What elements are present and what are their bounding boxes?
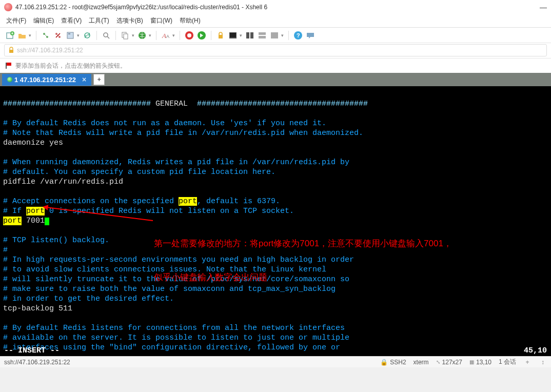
separator — [288, 31, 289, 40]
svg-rect-18 — [230, 33, 236, 37]
status-address: ssh://47.106.219.251:22 — [4, 359, 70, 366]
terminal-icon[interactable] — [228, 31, 238, 40]
window-titlebar: 47.106.219.251:22 - root@izwz9ef5sjam9pv… — [0, 0, 551, 14]
terminal-line: # available on the server. It is possibl… — [3, 334, 349, 342]
vim-statusline: -- INSERT -- 45,10 — [0, 345, 551, 356]
terminal-line: # By default Redis does not run as a dae… — [3, 119, 326, 128]
svg-text:A: A — [166, 34, 169, 39]
menu-file[interactable]: 文件(F) — [6, 16, 26, 25]
status-plus-button[interactable]: + — [523, 359, 532, 366]
globe-icon[interactable] — [137, 31, 147, 40]
separator — [115, 31, 116, 40]
hint-text: 要添加当前会话，点击左侧的箭头按钮。 — [15, 62, 126, 70]
new-tab-button[interactable]: + — [93, 74, 105, 85]
terminal-line: daemonize yes — [3, 139, 63, 147]
terminal-line: tcp-backlog 511 — [3, 304, 72, 313]
copy-icon[interactable] — [121, 31, 130, 40]
feedback-icon[interactable] — [306, 31, 315, 40]
status-sessions: 1 会话 — [499, 358, 516, 366]
address-input[interactable]: ssh://47.106.219.251:22 — [4, 44, 547, 56]
session-tab[interactable]: 1 47.106.219.251:22 × — [2, 74, 91, 86]
help-icon[interactable]: ? — [293, 31, 303, 40]
svg-rect-16 — [219, 35, 223, 38]
dropdown-icon[interactable]: ▾ — [132, 33, 134, 38]
status-rc: 13,10 — [476, 359, 491, 366]
svg-rect-7 — [68, 33, 70, 34]
dropdown-icon[interactable]: ▾ — [240, 33, 242, 38]
highlight-port: port — [179, 197, 197, 206]
separator — [156, 31, 156, 40]
tab-close-icon[interactable]: × — [82, 75, 86, 84]
dropdown-icon[interactable]: ▾ — [172, 33, 175, 38]
reconnect-icon[interactable] — [83, 31, 92, 40]
xagent-icon[interactable] — [185, 31, 194, 40]
separator — [180, 31, 180, 40]
tab-label: 1 47.106.219.251:22 — [14, 76, 76, 84]
connect-icon[interactable] — [41, 31, 50, 40]
xftp-icon[interactable] — [197, 31, 206, 40]
hint-bar: 要添加当前会话，点击左侧的箭头按钮。 — [0, 58, 551, 73]
properties-icon[interactable] — [66, 31, 75, 40]
highlight-port: port — [3, 217, 22, 225]
vim-cursor-pos: 45,10 — [524, 346, 547, 356]
menu-edit[interactable]: 编辑(E) — [33, 16, 54, 25]
lock-icon: 🔒 — [380, 359, 388, 366]
terminal-line: # By default Redis listens for connectio… — [3, 324, 345, 332]
menu-help[interactable]: 帮助(H) — [180, 16, 201, 25]
svg-rect-22 — [259, 36, 266, 38]
text-cursor — [45, 218, 49, 225]
new-session-icon[interactable] — [5, 31, 14, 40]
address-text: ssh://47.106.219.251:22 — [17, 47, 83, 54]
dropdown-icon[interactable]: ▾ — [281, 33, 284, 38]
multiterminal-icon[interactable] — [245, 31, 254, 40]
terminal-line: # When running daemonized, Redis writes … — [3, 158, 349, 167]
terminal-line: # — [3, 246, 8, 254]
terminal-line: pidfile /var/run/redis.pid — [3, 178, 123, 186]
status-ssh: SSH2 — [390, 359, 406, 366]
tile-horizontal-icon[interactable] — [258, 31, 267, 40]
menu-tabs[interactable]: 选项卡(B) — [116, 16, 143, 25]
resize-icon: ⤡ — [436, 359, 440, 365]
lock-icon[interactable] — [216, 31, 225, 40]
toolbar: ▾ ▾ ▾ ▾ AA▾ ▾ ▾ ? — [0, 28, 551, 43]
separator — [96, 31, 97, 40]
tile-vertical-icon[interactable] — [270, 31, 279, 40]
font-icon[interactable]: AA — [161, 31, 170, 40]
separator — [36, 31, 36, 40]
annotation-line1: 第一处需要修改的地方：将port修改为7001，注意不要使用小键盘输入7001， — [154, 238, 452, 249]
menu-tools[interactable]: 工具(T) — [89, 16, 109, 25]
status-term: xterm — [414, 359, 429, 366]
status-updown-button[interactable]: ↕ — [539, 359, 547, 366]
separator — [211, 31, 211, 40]
terminal-line: # in order to get the desired effect. — [3, 295, 174, 303]
search-icon[interactable] — [102, 31, 111, 40]
vim-mode: -- INSERT -- — [4, 346, 60, 356]
annotation-line2: 似乎小键盘输入数字会出问题 — [154, 272, 452, 283]
svg-text:?: ? — [297, 32, 300, 38]
grid-icon: ▦ — [469, 359, 474, 365]
terminal-view[interactable]: ################################ GENERAL… — [0, 86, 551, 356]
svg-text:A: A — [162, 32, 166, 40]
menu-view[interactable]: 查看(V) — [61, 16, 82, 25]
open-folder-icon[interactable] — [17, 31, 27, 40]
disconnect-icon[interactable] — [53, 31, 63, 40]
statusbar: ssh://47.106.219.251:22 🔒SSH2 xterm ⤡127… — [0, 356, 551, 367]
dropdown-icon[interactable]: ▾ — [149, 33, 151, 38]
svg-rect-6 — [67, 32, 73, 38]
lock-small-icon — [8, 47, 15, 54]
menubar: 文件(F) 编辑(E) 查看(V) 工具(T) 选项卡(B) 窗口(W) 帮助(… — [0, 14, 551, 28]
svg-rect-19 — [246, 32, 249, 38]
address-bar: ssh://47.106.219.251:22 — [0, 43, 551, 58]
menu-window[interactable]: 窗口(W) — [150, 16, 172, 25]
svg-rect-26 — [9, 50, 13, 53]
annotation-text: 第一处需要修改的地方：将port修改为7001，注意不要使用小键盘输入7001，… — [154, 215, 452, 295]
svg-rect-23 — [271, 32, 278, 38]
dropdown-icon[interactable]: ▾ — [29, 33, 31, 38]
minimize-button[interactable]: — — [540, 3, 547, 11]
terminal-line: # Note that Redis will write a pid file … — [3, 129, 363, 138]
flag-icon — [5, 62, 12, 69]
window-title: 47.106.219.251:22 - root@izwz9ef5sjam9pv… — [15, 4, 540, 11]
dropdown-icon[interactable]: ▾ — [77, 33, 80, 38]
svg-rect-20 — [250, 32, 253, 38]
svg-rect-10 — [124, 34, 128, 39]
